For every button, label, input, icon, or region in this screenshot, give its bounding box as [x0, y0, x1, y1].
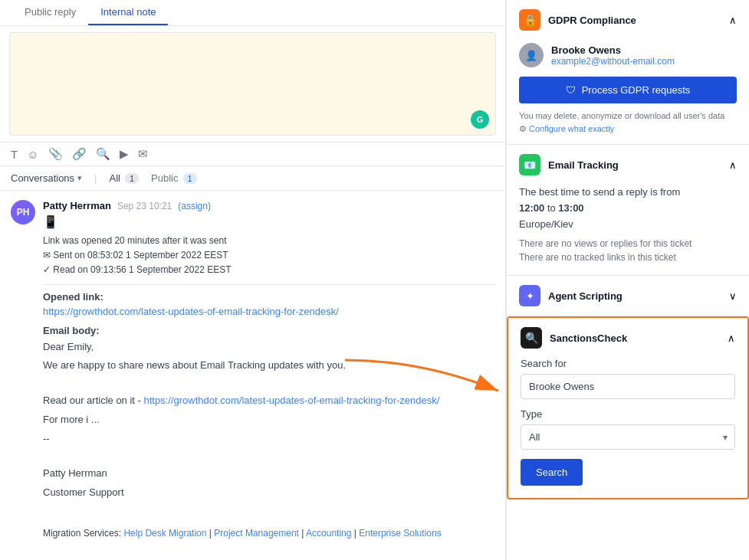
- reply-box: G: [9, 32, 496, 136]
- agent-scripting-icon: ✦: [519, 285, 540, 306]
- editor-toolbar: T ☺ 📎 🔗 🔍 ▶ ✉: [0, 142, 505, 165]
- no-tracked-note: There are no tracked links in this ticke…: [519, 252, 737, 263]
- gdpr-header-left: 🔒 GDPR Compliance: [519, 9, 636, 31]
- project-mgmt-link[interactable]: Project Management: [214, 528, 299, 539]
- sig-name: Patty Herrman: [43, 466, 494, 482]
- gdpr-icon: 🔒: [519, 9, 540, 31]
- tab-internal-note[interactable]: Internal note: [88, 0, 168, 25]
- filter-public[interactable]: Public 1: [151, 172, 197, 184]
- message-row: PH + Patty Herrman Sep 23 10:21 (assign)…: [11, 200, 494, 560]
- divider1: [43, 284, 494, 285]
- process-gdpr-button[interactable]: 🛡 Process GDPR requests: [519, 77, 737, 103]
- body-line-1: Dear Emily,: [43, 339, 494, 355]
- video-icon[interactable]: ▶: [120, 147, 129, 161]
- filter-public-label: Public: [151, 172, 178, 184]
- opened-link-url[interactable]: https://growthdot.com/latest-updates-of-…: [43, 306, 339, 317]
- gdpr-user-row: 👤 Brooke Owens example2@without-email.co…: [519, 40, 737, 70]
- sender-avatar: PH: [11, 200, 35, 224]
- body-line-2: We are happy to share news about Email T…: [43, 358, 494, 374]
- sanctions-header-left: 🔍 SanctionsCheck: [521, 327, 627, 349]
- gdpr-section: 🔒 GDPR Compliance ∧ 👤 Brooke Owens examp…: [507, 0, 749, 145]
- phone-icon: 📱: [43, 215, 494, 229]
- search-for-input[interactable]: [521, 374, 735, 399]
- type-select-wrapper: All Individual Entity ▾: [521, 424, 735, 450]
- enterprise-link[interactable]: Enterprise Solutions: [359, 528, 441, 539]
- time-to-prefix: to: [547, 202, 558, 214]
- sanctions-chevron: ∧: [728, 332, 735, 344]
- gdpr-title: GDPR Compliance: [548, 15, 636, 26]
- sanctions-header[interactable]: 🔍 SanctionsCheck ∧: [508, 318, 747, 358]
- gdpr-gear-icon: ⚙: [519, 124, 527, 133]
- type-group: Type All Individual Entity ▾: [521, 408, 735, 450]
- email-tracking-icon: 📧: [519, 154, 540, 175]
- sanctions-content: Search for Type All Individual Entity ▾ …: [508, 358, 747, 498]
- email-tracking-header-left: 📧 Email Tracking: [519, 154, 619, 175]
- tracking-line2: ✉ Sent on 08:53:02 1 September 2022 EEST: [43, 248, 494, 263]
- conversations-bar: Conversations ▾ | All 1 Public 1: [0, 165, 505, 191]
- attachment-icon[interactable]: 📎: [48, 147, 63, 161]
- tracking-line3: ✓ Read on 09:13:56 1 September 2022 EEST: [43, 263, 494, 277]
- link-icon[interactable]: 🔗: [72, 147, 87, 161]
- search-icon[interactable]: 🔍: [96, 147, 110, 161]
- gdpr-shield-icon: 🛡: [566, 84, 576, 96]
- opened-link-label: Opened link:: [43, 291, 494, 303]
- conversation-content: PH + Patty Herrman Sep 23 10:21 (assign)…: [0, 191, 505, 560]
- agent-scripting-chevron: ∨: [729, 290, 737, 302]
- tab-public-reply[interactable]: Public reply: [12, 0, 88, 25]
- help-desk-link[interactable]: Help Desk Migration: [123, 528, 206, 539]
- sanctions-icon: 🔍: [521, 327, 542, 349]
- gdpr-content: 👤 Brooke Owens example2@without-email.co…: [507, 40, 749, 144]
- assign-link[interactable]: (assign): [178, 201, 211, 211]
- gdpr-note: You may delete, anonymize or download al…: [519, 110, 737, 135]
- timezone: Europe/Kiev: [519, 218, 573, 230]
- message-time: Sep 23 10:21: [117, 201, 172, 211]
- tracking-info: Link was opened 20 minutes after it was …: [43, 234, 494, 278]
- message-header: Patty Herrman Sep 23 10:21 (assign): [43, 200, 494, 211]
- sanctions-title: SanctionsCheck: [550, 332, 627, 344]
- text-format-icon[interactable]: T: [11, 148, 18, 161]
- gdpr-user-info: Brooke Owens example2@without-email.com: [551, 44, 675, 67]
- article-link[interactable]: https://growthdot.com/latest-updates-of-…: [144, 395, 440, 406]
- best-time-text: The best time to send a reply is from 12…: [519, 185, 737, 232]
- tab-bar: Public reply Internal note: [0, 0, 505, 26]
- email-icon[interactable]: ✉: [138, 147, 148, 161]
- process-gdpr-label: Process GDPR requests: [582, 84, 691, 96]
- agent-scripting-section: ✦ Agent Scripting ∨: [507, 276, 749, 316]
- emoji-icon[interactable]: ☺: [27, 148, 38, 161]
- all-badge: 1: [125, 173, 139, 184]
- agent-scripting-header[interactable]: ✦ Agent Scripting ∨: [507, 276, 749, 316]
- search-for-group: Search for: [521, 358, 735, 399]
- email-tracking-title: Email Tracking: [548, 159, 619, 171]
- email-tracking-header[interactable]: 📧 Email Tracking ∧: [507, 145, 749, 185]
- accounting-link[interactable]: Accounting: [306, 528, 351, 539]
- gdpr-user-avatar: 👤: [519, 43, 544, 67]
- body-line-4: For more i ...: [43, 412, 494, 428]
- email-body: Dear Emily, We are happy to share news a…: [43, 339, 494, 560]
- best-time-prefix: The best time to send a reply is from: [519, 186, 680, 198]
- body-line-5: --: [43, 431, 494, 447]
- tracking-line1: Link was opened 20 minutes after it was …: [43, 234, 494, 248]
- filter-all-label: All: [110, 172, 120, 184]
- no-views-note: There are no views or replies for this t…: [519, 238, 737, 249]
- conversations-text: Conversations: [11, 172, 74, 184]
- agent-scripting-title: Agent Scripting: [548, 290, 623, 302]
- conversations-label[interactable]: Conversations ▾: [11, 172, 82, 184]
- right-panel: 🔒 GDPR Compliance ∧ 👤 Brooke Owens examp…: [506, 0, 749, 560]
- public-badge: 1: [183, 173, 197, 184]
- type-select[interactable]: All Individual Entity: [521, 424, 735, 450]
- gdpr-configure-link[interactable]: Configure what exactly: [529, 124, 614, 133]
- gdpr-note-text: You may delete, anonymize or download al…: [519, 111, 724, 120]
- grammarly-icon: G: [471, 110, 489, 129]
- footer-links: Migration Services: Help Desk Migration …: [43, 526, 494, 541]
- sanctions-check-section: 🔍 SanctionsCheck ∧ Search for Type All I…: [507, 316, 749, 499]
- gdpr-user-name: Brooke Owens: [551, 44, 675, 56]
- search-for-label: Search for: [521, 358, 735, 369]
- gdpr-user-email[interactable]: example2@without-email.com: [551, 56, 675, 67]
- body-line-3: Read our article on it - https://growthd…: [43, 393, 494, 409]
- time-to: 13:00: [558, 202, 583, 214]
- reply-input[interactable]: [10, 33, 495, 133]
- filter-all[interactable]: All 1: [110, 172, 140, 184]
- message-content: Patty Herrman Sep 23 10:21 (assign) 📱 Li…: [43, 200, 494, 560]
- gdpr-header[interactable]: 🔒 GDPR Compliance ∧: [507, 0, 749, 40]
- search-button[interactable]: Search: [521, 459, 583, 486]
